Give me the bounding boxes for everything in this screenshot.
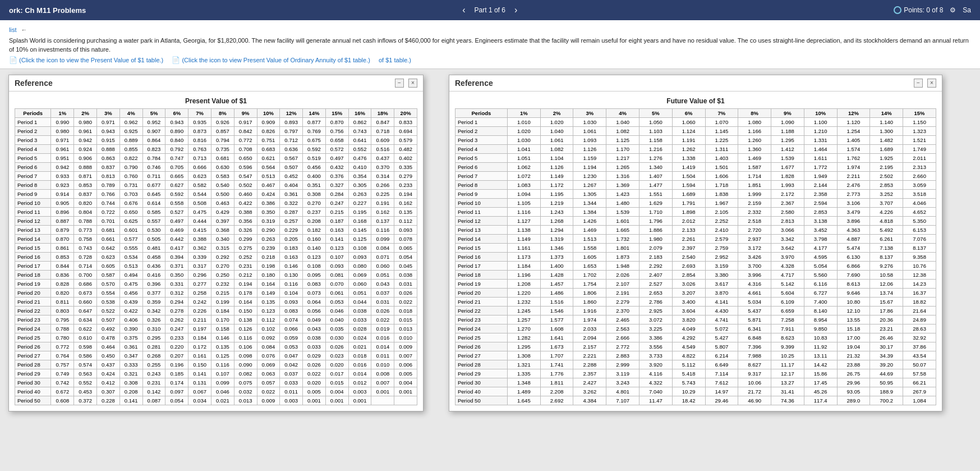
fv-value: 1.225: [705, 135, 738, 144]
pv-table-link[interactable]: (Click the icon to view the Present Valu…: [19, 57, 163, 63]
fv-value: 1.105: [507, 198, 540, 207]
nav-next-button[interactable]: ›: [514, 5, 517, 15]
close-button-2[interactable]: ×: [927, 79, 936, 88]
pv-value: 0.082: [234, 369, 257, 378]
minimize-button-2[interactable]: −: [914, 79, 923, 88]
pv-value: 0.686: [74, 279, 97, 288]
period-label: Period 29: [456, 369, 508, 378]
pv-value: 0.229: [280, 225, 303, 234]
fv-value: 1.641: [540, 333, 573, 342]
pv-value: 0.093: [280, 297, 303, 306]
pv-annuity-link[interactable]: (Click the icon to view Present Value of…: [182, 57, 370, 63]
period-label: Period 25: [456, 333, 508, 342]
fv-value: 2.094: [573, 333, 606, 342]
pv-value: 0.660: [74, 297, 97, 306]
fv-value: 1.714: [738, 171, 771, 180]
pv-value: 0.135: [257, 297, 280, 306]
fv-table-header-row: Periods1%2%3%4%5%6%7%8%9%10%12%14%15%: [456, 108, 936, 117]
pv-value: 0.163: [280, 252, 303, 261]
fv-value: 1.873: [606, 252, 639, 261]
fv-value: 7.911: [771, 324, 804, 333]
pv-value: 0.255: [142, 360, 165, 369]
back-arrow[interactable]: ←: [21, 26, 27, 34]
period-label: Period 21: [456, 297, 508, 306]
period-label: Period 20: [456, 288, 508, 297]
pv-value: 0.162: [371, 207, 394, 216]
fv-value: 1.138: [507, 225, 540, 234]
fv-value: 1.270: [507, 324, 540, 333]
table-row: Period 170.8440.7140.6050.5130.4360.3710…: [15, 261, 417, 270]
pv-value: 0.586: [74, 351, 97, 360]
pv-col-header: 1%: [51, 108, 74, 117]
pv-value: 0.258: [188, 288, 211, 297]
fv-value: 19.04: [837, 342, 870, 351]
pv-value: 0.622: [74, 324, 97, 333]
pv-col-header: 10%: [257, 108, 280, 117]
pv-value: 0.116: [234, 333, 257, 342]
fv-value: 2.370: [606, 306, 639, 315]
fv-value: 2.011: [903, 153, 936, 162]
pv-value: 0.247: [325, 198, 348, 207]
pv-value: 0.031: [394, 279, 417, 288]
table-row: Period 60.9420.8880.8370.7900.7460.7050.…: [15, 162, 417, 171]
table-row: Period 90.9140.8370.7660.7030.6450.5920.…: [15, 189, 417, 198]
pv-value: 0.182: [303, 225, 326, 234]
fv-value: 1.405: [837, 135, 870, 144]
pv-value: 0.816: [188, 135, 211, 144]
fv-value: 2.720: [738, 225, 771, 234]
fv-value: 1.673: [540, 342, 573, 351]
pv-value: 0.010: [394, 333, 417, 342]
pv-value: 0.636: [280, 144, 303, 153]
pv-value: 0.641: [348, 135, 371, 144]
close-button-1[interactable]: ×: [408, 79, 417, 88]
period-label: Period 4: [15, 144, 51, 153]
fv-value: 1.587: [738, 162, 771, 171]
settings-icon[interactable]: ⚙: [950, 6, 956, 14]
pv-value: 0.231: [142, 378, 165, 387]
pv-value: 0.123: [303, 252, 326, 261]
fv-value: 1.801: [606, 243, 639, 252]
fv-value: 1.061: [540, 135, 573, 144]
fv-value: 1.331: [804, 135, 837, 144]
pv-value: 0.547: [234, 171, 257, 180]
table-row: Period 71.0721.1491.2301.3161.4071.5041.…: [456, 171, 936, 180]
pv-link3[interactable]: of $1 table.): [379, 57, 411, 63]
pv-value: 0.099: [371, 234, 394, 243]
fv-value: 12.38: [903, 270, 936, 279]
pv-value: 0.305: [348, 180, 371, 189]
pv-value: 0.907: [142, 126, 165, 135]
pv-value: 0.054: [165, 396, 188, 405]
fv-value: 1.689: [870, 144, 903, 153]
nav-prev-button[interactable]: ‹: [462, 5, 465, 15]
table-row: Period 250.7800.6100.4780.3750.2950.2330…: [15, 333, 417, 342]
fv-value: 50.95: [870, 378, 903, 387]
pv-value: 0.106: [234, 342, 257, 351]
pv-value: 0.864: [142, 135, 165, 144]
pv-value: 0.980: [74, 117, 97, 126]
fv-value: 5.418: [672, 369, 705, 378]
pv-value: 0.168: [348, 216, 371, 225]
fv-value: 1.040: [606, 117, 639, 126]
pv-col-header: Periods: [15, 108, 51, 117]
pv-value: 0.194: [394, 189, 417, 198]
list-link[interactable]: list: [9, 26, 16, 34]
pv-value: 0.294: [165, 297, 188, 306]
pv-value: 0.263: [348, 189, 371, 198]
pv-value: 0.299: [234, 234, 257, 243]
pv-value: 0.579: [394, 135, 417, 144]
fv-value: 1.373: [540, 252, 573, 261]
table-row: Period 131.1381.2941.4691.6651.8862.1332…: [456, 225, 936, 234]
ref-table-container-2: Future Value of $1 Periods1%2%3%4%5%6%7%…: [449, 92, 942, 411]
fv-value: 1.103: [639, 126, 672, 135]
period-label: Period 23: [15, 315, 51, 324]
fv-value: 2.133: [672, 225, 705, 234]
minimize-button-1[interactable]: −: [395, 79, 404, 88]
pv-value: 0.476: [348, 153, 371, 162]
pv-value: 0.040: [325, 315, 348, 324]
period-label: Period 7: [456, 171, 508, 180]
ref-controls-2: − ×: [914, 79, 936, 88]
table-row: Period 171.1841.4001.6531.9482.2922.6933…: [456, 261, 936, 270]
pv-value: 0.164: [257, 279, 280, 288]
pv-value: 0.212: [234, 270, 257, 279]
pv-value: 0.326: [234, 225, 257, 234]
